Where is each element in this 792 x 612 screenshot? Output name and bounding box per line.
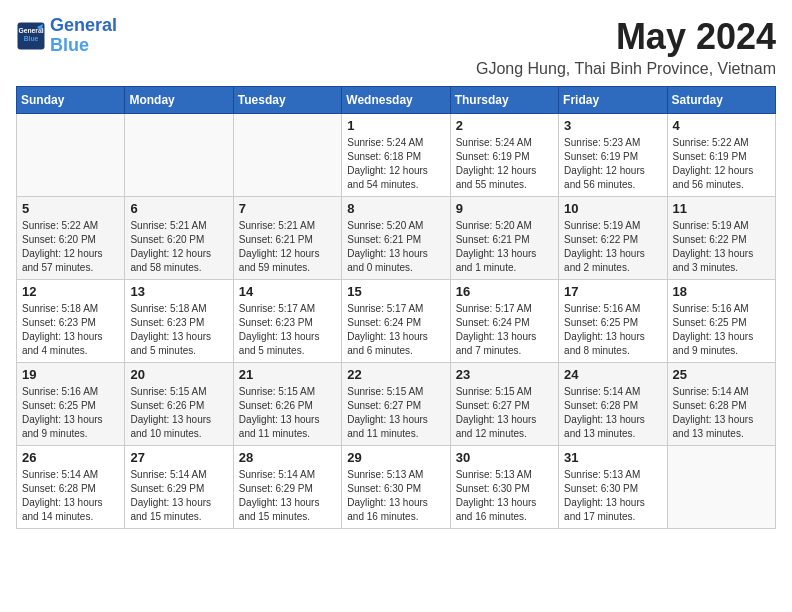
calendar-cell: 8Sunrise: 5:20 AM Sunset: 6:21 PM Daylig… — [342, 197, 450, 280]
title-area: May 2024 GJong Hung, Thai Binh Province,… — [476, 16, 776, 78]
day-info: Sunrise: 5:15 AM Sunset: 6:27 PM Dayligh… — [456, 385, 553, 441]
day-number: 16 — [456, 284, 553, 299]
calendar-cell: 24Sunrise: 5:14 AM Sunset: 6:28 PM Dayli… — [559, 363, 667, 446]
day-info: Sunrise: 5:14 AM Sunset: 6:28 PM Dayligh… — [673, 385, 770, 441]
day-number: 28 — [239, 450, 336, 465]
day-number: 14 — [239, 284, 336, 299]
calendar-cell: 16Sunrise: 5:17 AM Sunset: 6:24 PM Dayli… — [450, 280, 558, 363]
day-info: Sunrise: 5:21 AM Sunset: 6:20 PM Dayligh… — [130, 219, 227, 275]
calendar-cell: 10Sunrise: 5:19 AM Sunset: 6:22 PM Dayli… — [559, 197, 667, 280]
calendar-cell — [17, 114, 125, 197]
day-info: Sunrise: 5:19 AM Sunset: 6:22 PM Dayligh… — [673, 219, 770, 275]
day-info: Sunrise: 5:23 AM Sunset: 6:19 PM Dayligh… — [564, 136, 661, 192]
day-info: Sunrise: 5:14 AM Sunset: 6:29 PM Dayligh… — [130, 468, 227, 524]
day-info: Sunrise: 5:13 AM Sunset: 6:30 PM Dayligh… — [564, 468, 661, 524]
day-info: Sunrise: 5:16 AM Sunset: 6:25 PM Dayligh… — [22, 385, 119, 441]
day-info: Sunrise: 5:18 AM Sunset: 6:23 PM Dayligh… — [22, 302, 119, 358]
day-info: Sunrise: 5:24 AM Sunset: 6:19 PM Dayligh… — [456, 136, 553, 192]
calendar-cell: 1Sunrise: 5:24 AM Sunset: 6:18 PM Daylig… — [342, 114, 450, 197]
calendar-table: SundayMondayTuesdayWednesdayThursdayFrid… — [16, 86, 776, 529]
calendar-cell: 3Sunrise: 5:23 AM Sunset: 6:19 PM Daylig… — [559, 114, 667, 197]
day-number: 8 — [347, 201, 444, 216]
calendar-week-5: 26Sunrise: 5:14 AM Sunset: 6:28 PM Dayli… — [17, 446, 776, 529]
calendar-cell: 2Sunrise: 5:24 AM Sunset: 6:19 PM Daylig… — [450, 114, 558, 197]
weekday-header-wednesday: Wednesday — [342, 87, 450, 114]
day-number: 10 — [564, 201, 661, 216]
day-number: 23 — [456, 367, 553, 382]
day-info: Sunrise: 5:16 AM Sunset: 6:25 PM Dayligh… — [564, 302, 661, 358]
day-info: Sunrise: 5:17 AM Sunset: 6:23 PM Dayligh… — [239, 302, 336, 358]
calendar-cell: 20Sunrise: 5:15 AM Sunset: 6:26 PM Dayli… — [125, 363, 233, 446]
calendar-cell: 14Sunrise: 5:17 AM Sunset: 6:23 PM Dayli… — [233, 280, 341, 363]
logo-icon: General Blue — [16, 21, 46, 51]
calendar-cell: 11Sunrise: 5:19 AM Sunset: 6:22 PM Dayli… — [667, 197, 775, 280]
day-number: 2 — [456, 118, 553, 133]
day-number: 9 — [456, 201, 553, 216]
calendar-cell: 19Sunrise: 5:16 AM Sunset: 6:25 PM Dayli… — [17, 363, 125, 446]
day-number: 5 — [22, 201, 119, 216]
calendar-cell: 25Sunrise: 5:14 AM Sunset: 6:28 PM Dayli… — [667, 363, 775, 446]
calendar-cell: 31Sunrise: 5:13 AM Sunset: 6:30 PM Dayli… — [559, 446, 667, 529]
day-number: 18 — [673, 284, 770, 299]
calendar-cell: 12Sunrise: 5:18 AM Sunset: 6:23 PM Dayli… — [17, 280, 125, 363]
calendar-cell — [233, 114, 341, 197]
calendar-cell: 22Sunrise: 5:15 AM Sunset: 6:27 PM Dayli… — [342, 363, 450, 446]
calendar-week-4: 19Sunrise: 5:16 AM Sunset: 6:25 PM Dayli… — [17, 363, 776, 446]
day-info: Sunrise: 5:13 AM Sunset: 6:30 PM Dayligh… — [456, 468, 553, 524]
day-number: 26 — [22, 450, 119, 465]
day-number: 20 — [130, 367, 227, 382]
day-number: 21 — [239, 367, 336, 382]
day-number: 29 — [347, 450, 444, 465]
calendar-cell: 9Sunrise: 5:20 AM Sunset: 6:21 PM Daylig… — [450, 197, 558, 280]
calendar-cell: 26Sunrise: 5:14 AM Sunset: 6:28 PM Dayli… — [17, 446, 125, 529]
day-number: 27 — [130, 450, 227, 465]
day-info: Sunrise: 5:20 AM Sunset: 6:21 PM Dayligh… — [456, 219, 553, 275]
calendar-cell: 4Sunrise: 5:22 AM Sunset: 6:19 PM Daylig… — [667, 114, 775, 197]
calendar-cell: 13Sunrise: 5:18 AM Sunset: 6:23 PM Dayli… — [125, 280, 233, 363]
calendar-cell: 28Sunrise: 5:14 AM Sunset: 6:29 PM Dayli… — [233, 446, 341, 529]
calendar-week-3: 12Sunrise: 5:18 AM Sunset: 6:23 PM Dayli… — [17, 280, 776, 363]
calendar-cell — [667, 446, 775, 529]
day-info: Sunrise: 5:18 AM Sunset: 6:23 PM Dayligh… — [130, 302, 227, 358]
day-info: Sunrise: 5:14 AM Sunset: 6:28 PM Dayligh… — [564, 385, 661, 441]
day-info: Sunrise: 5:14 AM Sunset: 6:28 PM Dayligh… — [22, 468, 119, 524]
day-number: 31 — [564, 450, 661, 465]
day-number: 3 — [564, 118, 661, 133]
calendar-cell: 7Sunrise: 5:21 AM Sunset: 6:21 PM Daylig… — [233, 197, 341, 280]
day-number: 12 — [22, 284, 119, 299]
calendar-cell: 30Sunrise: 5:13 AM Sunset: 6:30 PM Dayli… — [450, 446, 558, 529]
weekday-header-monday: Monday — [125, 87, 233, 114]
logo-text: GeneralBlue — [50, 16, 117, 56]
calendar-week-2: 5Sunrise: 5:22 AM Sunset: 6:20 PM Daylig… — [17, 197, 776, 280]
day-info: Sunrise: 5:15 AM Sunset: 6:27 PM Dayligh… — [347, 385, 444, 441]
day-info: Sunrise: 5:24 AM Sunset: 6:18 PM Dayligh… — [347, 136, 444, 192]
day-info: Sunrise: 5:13 AM Sunset: 6:30 PM Dayligh… — [347, 468, 444, 524]
day-info: Sunrise: 5:20 AM Sunset: 6:21 PM Dayligh… — [347, 219, 444, 275]
weekday-header-tuesday: Tuesday — [233, 87, 341, 114]
page-header: General Blue GeneralBlue May 2024 GJong … — [16, 16, 776, 78]
location-subtitle: GJong Hung, Thai Binh Province, Vietnam — [476, 60, 776, 78]
calendar-cell: 17Sunrise: 5:16 AM Sunset: 6:25 PM Dayli… — [559, 280, 667, 363]
day-info: Sunrise: 5:17 AM Sunset: 6:24 PM Dayligh… — [347, 302, 444, 358]
day-number: 22 — [347, 367, 444, 382]
day-info: Sunrise: 5:15 AM Sunset: 6:26 PM Dayligh… — [239, 385, 336, 441]
day-info: Sunrise: 5:22 AM Sunset: 6:19 PM Dayligh… — [673, 136, 770, 192]
day-number: 30 — [456, 450, 553, 465]
day-number: 11 — [673, 201, 770, 216]
day-number: 13 — [130, 284, 227, 299]
calendar-cell: 5Sunrise: 5:22 AM Sunset: 6:20 PM Daylig… — [17, 197, 125, 280]
day-number: 6 — [130, 201, 227, 216]
calendar-cell: 21Sunrise: 5:15 AM Sunset: 6:26 PM Dayli… — [233, 363, 341, 446]
day-info: Sunrise: 5:21 AM Sunset: 6:21 PM Dayligh… — [239, 219, 336, 275]
month-year-title: May 2024 — [476, 16, 776, 58]
weekday-header-saturday: Saturday — [667, 87, 775, 114]
day-info: Sunrise: 5:14 AM Sunset: 6:29 PM Dayligh… — [239, 468, 336, 524]
day-number: 17 — [564, 284, 661, 299]
weekday-header-sunday: Sunday — [17, 87, 125, 114]
day-number: 15 — [347, 284, 444, 299]
day-number: 7 — [239, 201, 336, 216]
day-info: Sunrise: 5:17 AM Sunset: 6:24 PM Dayligh… — [456, 302, 553, 358]
calendar-cell: 23Sunrise: 5:15 AM Sunset: 6:27 PM Dayli… — [450, 363, 558, 446]
calendar-cell — [125, 114, 233, 197]
weekday-header-row: SundayMondayTuesdayWednesdayThursdayFrid… — [17, 87, 776, 114]
